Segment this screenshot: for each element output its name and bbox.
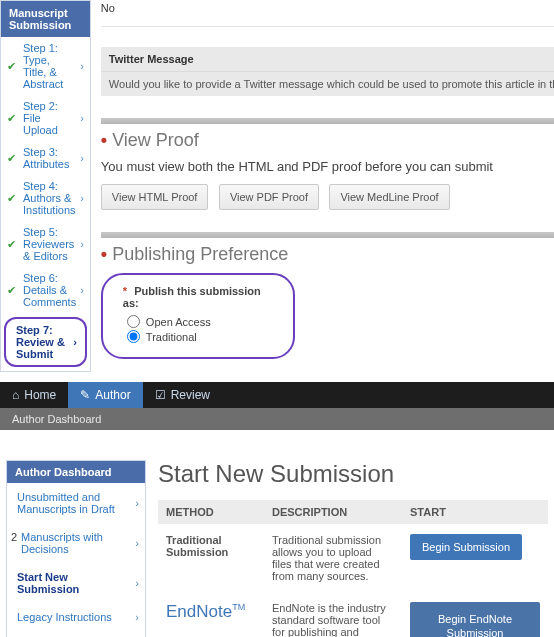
sidebar-item-label: Start New Submission	[17, 571, 135, 595]
nav-label: Review	[171, 388, 210, 402]
chevron-right-icon: ›	[80, 192, 84, 204]
review-icon: ☑	[155, 388, 166, 402]
home-icon: ⌂	[12, 388, 19, 402]
proof-note: You must view both the HTML and PDF proo…	[101, 159, 554, 174]
nav-author[interactable]: ✎ Author	[68, 382, 142, 408]
chevron-right-icon: ›	[80, 152, 84, 164]
nav-home[interactable]: ⌂ Home	[0, 382, 68, 408]
proof-buttons: View HTML Proof View PDF Proof View MedL…	[101, 184, 554, 210]
publishing-preference-heading: Publishing Preference	[101, 244, 554, 265]
view-proof-heading: View Proof	[101, 130, 554, 151]
method-traditional: Traditional Submission	[158, 524, 264, 592]
author-dashboard-sidebar: Author Dashboard Unsubmitted and Manuscr…	[6, 460, 146, 637]
chevron-right-icon: ›	[135, 537, 139, 549]
section-divider	[101, 232, 554, 238]
submission-methods-table: METHOD DESCRIPTION START Traditional Sub…	[158, 500, 548, 637]
col-start: START	[402, 500, 548, 524]
main-navbar: ⌂ Home ✎ Author ☑ Review	[0, 382, 554, 408]
step-label: Step 3: Attributes	[23, 146, 76, 170]
field-value: No	[101, 2, 115, 14]
step-2[interactable]: ✔ Step 2: File Upload ›	[1, 95, 90, 141]
sidebar-item-legacy[interactable]: Legacy Instructions ›	[7, 603, 145, 631]
nav-label: Home	[24, 388, 56, 402]
table-row: EndNoteTM EndNote is the industry standa…	[158, 592, 548, 637]
step-3[interactable]: ✔ Step 3: Attributes ›	[1, 141, 90, 175]
step-label: Step 1: Type, Title, & Abstract	[23, 42, 76, 90]
section-label: Publishing Preference	[112, 244, 288, 264]
twitter-title: Twitter Message	[101, 47, 554, 72]
pubpref-title-text: Publish this submission as:	[123, 285, 261, 309]
prior-field-row: No	[101, 2, 554, 27]
view-html-proof-button[interactable]: View HTML Proof	[101, 184, 209, 210]
page-title: Start New Submission	[158, 460, 548, 488]
option-label: Open Access	[146, 316, 211, 328]
review-content: No Twitter Message Would you like to pro…	[101, 0, 554, 382]
open-access-radio[interactable]	[127, 315, 140, 328]
twitter-body: Would you like to provide a Twitter mess…	[101, 72, 554, 96]
trademark-icon: TM	[232, 602, 245, 612]
chevron-right-icon: ›	[135, 611, 139, 623]
col-description: DESCRIPTION	[264, 500, 402, 524]
step-1[interactable]: ✔ Step 1: Type, Title, & Abstract ›	[1, 37, 90, 95]
sidebar-item-recent-emails[interactable]: 5 Most Recent E-mails ›	[7, 631, 145, 637]
col-method: METHOD	[158, 500, 264, 524]
option-traditional[interactable]: Traditional	[127, 330, 273, 343]
check-icon: ✔	[7, 112, 16, 125]
method-endnote: EndNoteTM	[158, 592, 264, 637]
sidebar-title: Manuscript Submission	[1, 1, 90, 37]
section-divider	[101, 118, 554, 124]
check-icon: ✔	[7, 152, 16, 165]
check-icon: ✔	[7, 60, 16, 73]
view-medline-proof-button[interactable]: View MedLine Proof	[329, 184, 449, 210]
method-description: Traditional submission allows you to upl…	[264, 524, 402, 592]
step-label: Step 5: Reviewers & Editors	[23, 226, 76, 262]
step-label: Step 6: Details & Comments	[23, 272, 76, 308]
twitter-message-block: Twitter Message Would you like to provid…	[101, 47, 554, 96]
step-label: Step 2: File Upload	[23, 100, 76, 136]
sidebar-item-unsubmitted[interactable]: Unsubmitted and Manuscripts in Draft ›	[7, 483, 145, 523]
sidebar-item-label: Legacy Instructions	[17, 611, 135, 623]
view-pdf-proof-button[interactable]: View PDF Proof	[219, 184, 319, 210]
step-4[interactable]: ✔ Step 4: Authors & Institutions ›	[1, 175, 90, 221]
check-icon: ✔	[7, 284, 16, 297]
main-content: Start New Submission METHOD DESCRIPTION …	[158, 460, 548, 637]
chevron-right-icon: ›	[135, 497, 139, 509]
count-badge: 2	[11, 531, 21, 543]
step-label: Step 7: Review & Submit	[16, 324, 73, 360]
nav-label: Author	[95, 388, 130, 402]
chevron-right-icon: ›	[80, 112, 84, 124]
step-7-current[interactable]: Step 7: Review & Submit ›	[4, 317, 87, 367]
sidebar-item-label: Unsubmitted and Manuscripts in Draft	[17, 491, 135, 515]
option-label: Traditional	[146, 331, 197, 343]
begin-endnote-submission-button[interactable]: Begin EndNote Submission	[410, 602, 540, 637]
option-open-access[interactable]: Open Access	[127, 315, 273, 328]
sidebar-item-decisions[interactable]: 2 Manuscripts with Decisions ›	[7, 523, 145, 563]
pencil-icon: ✎	[80, 388, 90, 402]
publishing-preference-box: * Publish this submission as: Open Acces…	[101, 273, 295, 359]
breadcrumb: Author Dashboard	[0, 408, 554, 430]
method-description: EndNote is the industry standard softwar…	[264, 592, 402, 637]
chevron-right-icon: ›	[135, 577, 139, 589]
step-6[interactable]: ✔ Step 6: Details & Comments ›	[1, 267, 90, 313]
sidebar-item-start-new[interactable]: Start New Submission ›	[7, 563, 145, 603]
required-icon: *	[123, 285, 127, 297]
chevron-right-icon: ›	[80, 238, 84, 250]
dashboard-title: Author Dashboard	[7, 461, 145, 483]
section-label: View Proof	[112, 130, 199, 150]
step-5[interactable]: ✔ Step 5: Reviewers & Editors ›	[1, 221, 90, 267]
check-icon: ✔	[7, 192, 16, 205]
endnote-label: EndNote	[166, 602, 232, 621]
step-label: Step 4: Authors & Institutions	[23, 180, 76, 216]
table-row: Traditional Submission Traditional submi…	[158, 524, 548, 592]
chevron-right-icon: ›	[80, 284, 84, 296]
sidebar-item-label: Manuscripts with Decisions	[21, 531, 135, 555]
check-icon: ✔	[7, 238, 16, 251]
pubpref-title: * Publish this submission as:	[123, 285, 273, 309]
begin-submission-button[interactable]: Begin Submission	[410, 534, 522, 560]
manuscript-steps-sidebar: Manuscript Submission ✔ Step 1: Type, Ti…	[0, 0, 91, 372]
nav-review[interactable]: ☑ Review	[143, 382, 222, 408]
chevron-right-icon: ›	[73, 336, 77, 348]
traditional-radio[interactable]	[127, 330, 140, 343]
chevron-right-icon: ›	[80, 60, 84, 72]
